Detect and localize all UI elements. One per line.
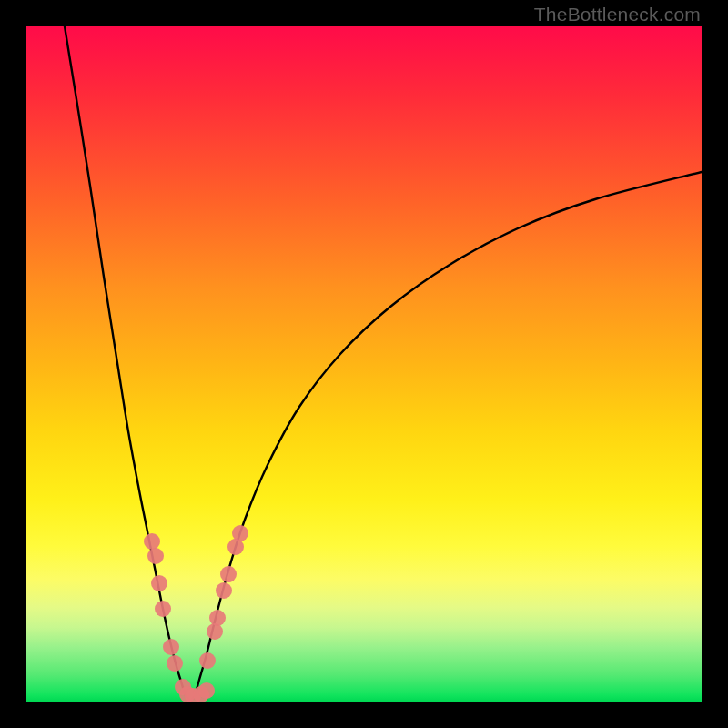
curve-right-branch — [190, 172, 702, 702]
data-marker — [147, 548, 164, 564]
outer-frame: TheBottleneck.com — [0, 0, 728, 728]
data-marker — [151, 575, 167, 592]
curve-left-branch — [65, 26, 190, 702]
data-marker — [167, 655, 183, 672]
data-marker — [209, 610, 226, 626]
data-marker — [220, 566, 237, 582]
data-marker — [232, 525, 248, 541]
data-marker — [198, 682, 215, 699]
data-marker — [216, 582, 232, 599]
plot-area — [26, 26, 702, 702]
data-marker — [155, 601, 171, 617]
watermark-text: TheBottleneck.com — [534, 4, 701, 25]
curve-overlay — [26, 26, 702, 702]
data-marker — [207, 623, 223, 640]
data-marker — [199, 652, 216, 669]
data-marker — [163, 639, 179, 655]
data-marker — [144, 533, 160, 550]
